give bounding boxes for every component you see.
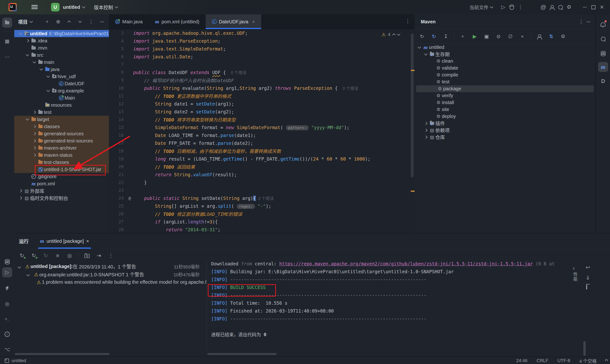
resume-icon[interactable]: ↻ — [42, 252, 49, 259]
build-console[interactable]: Downloaded from central: https://repo.ma… — [206, 260, 585, 350]
status-item[interactable]: CRLF — [537, 358, 548, 363]
maven-item-compile[interactable]: ⚙compile — [415, 71, 595, 78]
settings-button[interactable]: ⚙ — [565, 3, 573, 12]
profiles-icon[interactable] — [536, 33, 543, 40]
scroll-to-end-icon[interactable]: ⇓ — [586, 275, 590, 281]
hide-icon[interactable]: ─ — [98, 18, 105, 25]
locate-icon[interactable]: ⊕ — [54, 18, 62, 25]
rerun-failed-icon[interactable]: ↻▶ — [30, 252, 37, 259]
add-icon[interactable]: + — [44, 18, 51, 25]
tree-item-pom.xml[interactable]: mpom.xml — [14, 180, 109, 187]
sidebar-item-documentation[interactable]: D — [598, 76, 608, 86]
sidebar-item-maven[interactable]: m — [598, 62, 608, 72]
filter-icon[interactable]: ◎ — [66, 252, 73, 259]
maven-item-插件[interactable]: ⚙插件 — [415, 120, 595, 127]
more-icon[interactable]: ⋮ — [107, 252, 114, 259]
maven-item-site[interactable]: ⚙site — [415, 106, 595, 113]
main-menu-icon[interactable] — [31, 5, 38, 9]
rerun-icon[interactable]: ↻▶ — [19, 252, 25, 259]
vcs-widget[interactable]: 版本控制 — [94, 4, 113, 11]
sidebar-item-terminal[interactable]: >_ — [2, 314, 12, 324]
maven-item-依赖项[interactable]: ▤依赖项 — [415, 127, 595, 134]
download-sources-icon[interactable]: ↧ — [442, 33, 449, 40]
status-item[interactable]: 24:46 — [516, 358, 528, 363]
project-badge[interactable]: U — [51, 3, 60, 12]
sync-project-icon[interactable]: ↻ — [430, 33, 438, 40]
sidebar-item-services[interactable]: ◎ — [2, 299, 12, 309]
tree-item-hive_udf[interactable]: hive_udf — [14, 73, 109, 80]
run-tree-hscrollbar[interactable] — [15, 353, 110, 355]
tree-item-.idea[interactable]: .idea — [14, 37, 109, 44]
sidebar-item-build[interactable] — [2, 284, 12, 294]
tree-item-maven-status[interactable]: maven-status — [14, 152, 109, 159]
run-tree-row[interactable]: ⚠org.example:untitled:jar:1.0-SNAPSHOT 1… — [14, 270, 206, 278]
sidebar-item-find-remote[interactable] — [598, 34, 608, 44]
maven-item-deploy[interactable]: ⚙deploy — [415, 113, 595, 120]
tree-item-Main[interactable]: CMain — [14, 94, 109, 102]
code-with-me-button[interactable]: @ — [539, 3, 547, 12]
tab-DateUDF.java[interactable]: CDateUDF.java× — [206, 14, 261, 29]
run-panel-title[interactable]: 运行 — [19, 238, 29, 245]
maven-item-package[interactable]: ⚙package — [416, 85, 594, 92]
maven-item-test[interactable]: ⚙test — [415, 78, 595, 85]
editor-scrollbar[interactable] — [411, 33, 414, 178]
tree-item--[interactable]: ▤外部库 — [14, 187, 109, 195]
search-everywhere-button[interactable] — [556, 3, 565, 12]
maven-item-install[interactable]: ⚙install — [415, 99, 595, 106]
sidebar-item-version-control[interactable]: ⌥ — [2, 344, 12, 354]
status-item[interactable]: UTF-8 — [557, 358, 570, 363]
run-tree-row[interactable]: ⚠1 problem was encountered while buildin… — [14, 278, 206, 286]
tree-item-java[interactable]: java — [14, 66, 109, 73]
console-hscrollbar[interactable] — [207, 353, 276, 355]
tree-item-src[interactable]: src — [14, 52, 109, 59]
add-user-button[interactable] — [547, 3, 556, 12]
tree-item-.mvn[interactable]: .mvn — [14, 44, 109, 52]
tree-item-classes[interactable]: classes — [14, 123, 109, 130]
sidebar-item-problems[interactable]: ! — [2, 329, 12, 339]
export-icon[interactable]: ⇥ — [96, 252, 102, 259]
close-button[interactable]: × — [597, 3, 606, 12]
sidebar-item-database[interactable] — [598, 48, 608, 58]
tree-item-main[interactable]: main — [14, 59, 109, 66]
run-button[interactable]: ▷ — [499, 3, 507, 12]
tab-Main.java[interactable]: CMain.java — [109, 14, 149, 29]
skip-tests-icon[interactable]: ∅ — [507, 33, 514, 40]
performance-side-tab[interactable]: 性能 — [572, 272, 578, 282]
sidebar-item-notifications[interactable] — [598, 19, 608, 29]
maven-item-verify[interactable]: ⚙verify — [415, 92, 595, 99]
run-tab[interactable]: m untitled [package] × — [38, 234, 91, 249]
sync-icon[interactable]: ↻ — [418, 33, 426, 40]
console-link[interactable]: https://repo.maven.apache.org/maven2/com… — [279, 261, 533, 266]
todo-stripe-mark[interactable] — [411, 70, 415, 71]
maven-item-仓库[interactable]: ▤仓库 — [415, 134, 595, 141]
run-config-widget[interactable]: 当前文件 — [469, 4, 489, 11]
maven-item-生存期[interactable]: ⚙生存期 — [415, 51, 595, 58]
project-name[interactable]: untitled — [63, 4, 80, 10]
tree-item-resources[interactable]: resources — [14, 102, 109, 109]
collapse-all-icon[interactable] — [77, 18, 84, 25]
maven-item-clean[interactable]: ⚙clean — [415, 58, 595, 65]
status-project-name[interactable]: untitled — [12, 358, 26, 363]
tree-item-test[interactable]: test — [14, 109, 109, 116]
todo-stripe-mark[interactable] — [411, 191, 415, 192]
tree-item-target[interactable]: target — [14, 116, 109, 123]
tree-item-untitled[interactable]: untitled E:\BigData\Hive\HivePrac01\ — [14, 30, 109, 37]
code-viewport[interactable]: 3import org.apache.hadoop.hive.ql.exec.U… — [109, 29, 415, 233]
maximize-button[interactable] — [589, 3, 597, 12]
console-vscrollbar[interactable] — [583, 341, 586, 356]
toggle-offline-icon[interactable]: ⊘ — [495, 33, 502, 40]
run-tree-row[interactable]: ⚠untitled [package]: 在 2026/3/19 11:40，1… — [14, 262, 206, 270]
hide-panel-icon[interactable]: ─ — [585, 18, 592, 25]
tree-item-maven-archiver[interactable]: maven-archiver — [14, 144, 109, 152]
tab-options-icon[interactable]: ⋮ — [405, 18, 410, 24]
hide-console-gutter-icon[interactable]: ‹ — [573, 265, 575, 272]
run-goal-icon[interactable]: ▶ — [471, 33, 478, 40]
camera-icon[interactable] — [84, 252, 90, 259]
maven-item-untitled[interactable]: muntitled — [415, 44, 595, 51]
project-panel-title[interactable]: 项目 — [18, 18, 28, 25]
sidebar-item-more[interactable]: ⋯ — [2, 52, 12, 62]
tab-pom.xml-untitled-[interactable]: mpom.xml (untitled) — [149, 14, 206, 29]
sidebar-item-structure[interactable]: ▦ — [2, 36, 12, 46]
debug-button[interactable] — [507, 3, 516, 12]
tree-item-org.example[interactable]: org.example — [14, 87, 109, 94]
